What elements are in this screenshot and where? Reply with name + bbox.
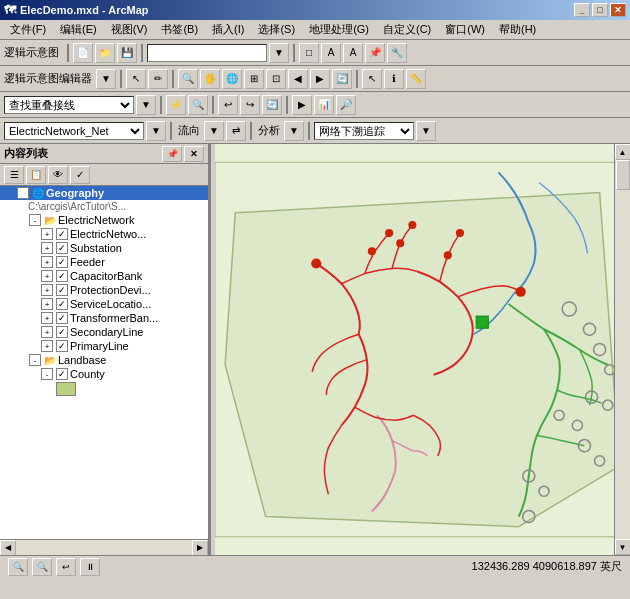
vscroll-down[interactable]: ▼ <box>615 539 631 555</box>
flow-btn[interactable]: ▼ <box>204 121 224 141</box>
expand-secondaryline[interactable]: + <box>41 326 53 338</box>
net-dropdown[interactable]: ▼ <box>146 121 166 141</box>
vscroll-track[interactable] <box>615 160 631 539</box>
hscroll-right[interactable]: ▶ <box>192 540 208 556</box>
editor-dropdown[interactable]: ▼ <box>96 69 116 89</box>
toc-pin-btn[interactable]: 📌 <box>162 146 182 162</box>
expand-en-layer[interactable]: + <box>41 228 53 240</box>
status-zoom-in[interactable]: 🔍 <box>8 558 28 576</box>
find-combo[interactable]: 查找重叠接线 <box>4 96 134 114</box>
tool1[interactable]: □ <box>299 43 319 63</box>
check-servicelocation[interactable]: ✓ <box>56 298 68 310</box>
nav-tool8[interactable]: 🔄 <box>332 69 352 89</box>
check-electricnetwork[interactable]: ✓ <box>56 228 68 240</box>
menu-edit[interactable]: 编辑(E) <box>54 20 103 39</box>
find-btn6[interactable]: ▶ <box>292 95 312 115</box>
menu-customize[interactable]: 自定义(C) <box>377 20 437 39</box>
new-btn[interactable]: 📄 <box>73 43 93 63</box>
close-button[interactable]: ✕ <box>610 3 626 17</box>
find-btn7[interactable]: 📊 <box>314 95 334 115</box>
expand-county[interactable]: - <box>41 368 53 380</box>
toc-item-secondaryline[interactable]: + ✓ SecondaryLine <box>0 325 208 339</box>
expand-geography[interactable]: - <box>17 187 29 199</box>
expand-substation[interactable]: + <box>41 242 53 254</box>
open-btn[interactable]: 📁 <box>95 43 115 63</box>
tool2[interactable]: A <box>321 43 341 63</box>
find-btn8[interactable]: 🔎 <box>336 95 356 115</box>
dropdown-btn[interactable]: ▼ <box>269 43 289 63</box>
toc-list-btn[interactable]: ☰ <box>4 166 24 184</box>
menu-help[interactable]: 帮助(H) <box>493 20 542 39</box>
select-tool[interactable]: ↖ <box>362 69 382 89</box>
map-area[interactable]: ▲ ▼ <box>215 144 630 555</box>
network-combo[interactable]: ElectricNetwork_Net <box>4 122 144 140</box>
vscroll-up[interactable]: ▲ <box>615 144 631 160</box>
toc-item-electricnetwork-layer[interactable]: + ✓ ElectricNetwo... <box>0 227 208 241</box>
flow-icon[interactable]: ⇄ <box>226 121 246 141</box>
find-btn4[interactable]: ↪ <box>240 95 260 115</box>
expand-transformerbank[interactable]: + <box>41 312 53 324</box>
expand-landbase[interactable]: - <box>29 354 41 366</box>
check-transformerbank[interactable]: ✓ <box>56 312 68 324</box>
toc-selection-btn[interactable]: ✓ <box>70 166 90 184</box>
trace-dropdown[interactable]: ▼ <box>416 121 436 141</box>
vscroll-thumb[interactable] <box>616 160 630 190</box>
tool3[interactable]: A <box>343 43 363 63</box>
info-tool[interactable]: ℹ <box>384 69 404 89</box>
nav-tool4[interactable]: ⊞ <box>244 69 264 89</box>
menu-file[interactable]: 文件(F) <box>4 20 52 39</box>
toc-item-transformerbank[interactable]: + ✓ TransformerBan... <box>0 311 208 325</box>
nav-tool2[interactable]: 🖐 <box>200 69 220 89</box>
menu-geoprocessing[interactable]: 地理处理(G) <box>303 20 375 39</box>
toc-item-electricnetwork-group[interactable]: - 📂 ElectricNetwork <box>0 213 208 227</box>
minimize-button[interactable]: _ <box>574 3 590 17</box>
toc-item-servicelocation[interactable]: + ✓ ServiceLocatio... <box>0 297 208 311</box>
find-go[interactable]: ▼ <box>136 95 156 115</box>
find-btn2[interactable]: 🔍 <box>188 95 208 115</box>
save-btn[interactable]: 💾 <box>117 43 137 63</box>
trace-combo[interactable]: 网络下溯追踪 <box>314 122 414 140</box>
check-capacitorbank[interactable]: ✓ <box>56 270 68 282</box>
toc-close-btn[interactable]: ✕ <box>184 146 204 162</box>
find-btn3[interactable]: ↩ <box>218 95 238 115</box>
toc-item-geography[interactable]: - 🌐 Geography <box>0 186 208 200</box>
nav-tool1[interactable]: 🔍 <box>178 69 198 89</box>
toc-visibility-btn[interactable]: 👁 <box>48 166 68 184</box>
analysis-btn[interactable]: ▼ <box>284 121 304 141</box>
nav-tool7[interactable]: ▶ <box>310 69 330 89</box>
check-substation[interactable]: ✓ <box>56 242 68 254</box>
menu-view[interactable]: 视图(V) <box>105 20 154 39</box>
hscroll-left[interactable]: ◀ <box>0 540 16 556</box>
tool4[interactable]: 📌 <box>365 43 385 63</box>
measure-tool[interactable]: 📏 <box>406 69 426 89</box>
menu-select[interactable]: 选择(S) <box>252 20 301 39</box>
toc-source-btn[interactable]: 📋 <box>26 166 46 184</box>
check-feeder[interactable]: ✓ <box>56 256 68 268</box>
status-zoom-out[interactable]: 🔍 <box>32 558 52 576</box>
menu-window[interactable]: 窗口(W) <box>439 20 491 39</box>
expand-primaryline[interactable]: + <box>41 340 53 352</box>
toc-item-county[interactable]: - ✓ County <box>0 367 208 381</box>
expand-servicelocation[interactable]: + <box>41 298 53 310</box>
search-input[interactable] <box>147 44 267 62</box>
toc-item-capacitorbank[interactable]: + ✓ CapacitorBank <box>0 269 208 283</box>
edit-tool2[interactable]: ✏ <box>148 69 168 89</box>
nav-tool5[interactable]: ⊡ <box>266 69 286 89</box>
check-primaryline[interactable]: ✓ <box>56 340 68 352</box>
menu-insert[interactable]: 插入(I) <box>206 20 250 39</box>
expand-electricnetwork[interactable]: - <box>29 214 41 226</box>
toc-hscrollbar[interactable]: ◀ ▶ <box>0 539 208 555</box>
toc-item-landbase[interactable]: - 📂 Landbase <box>0 353 208 367</box>
find-btn1[interactable]: ⚡ <box>166 95 186 115</box>
hscroll-track[interactable] <box>16 540 192 556</box>
toc-item-protectiondevice[interactable]: + ✓ ProtectionDevi... <box>0 283 208 297</box>
menu-bookmarks[interactable]: 书签(B) <box>155 20 204 39</box>
check-secondaryline[interactable]: ✓ <box>56 326 68 338</box>
check-protectiondevice[interactable]: ✓ <box>56 284 68 296</box>
status-pan[interactable]: ↩ <box>56 558 76 576</box>
maximize-button[interactable]: □ <box>592 3 608 17</box>
toc-item-primaryline[interactable]: + ✓ PrimaryLine <box>0 339 208 353</box>
toc-item-substation[interactable]: + ✓ Substation <box>0 241 208 255</box>
check-county[interactable]: ✓ <box>56 368 68 380</box>
map-vscrollbar[interactable]: ▲ ▼ <box>614 144 630 555</box>
